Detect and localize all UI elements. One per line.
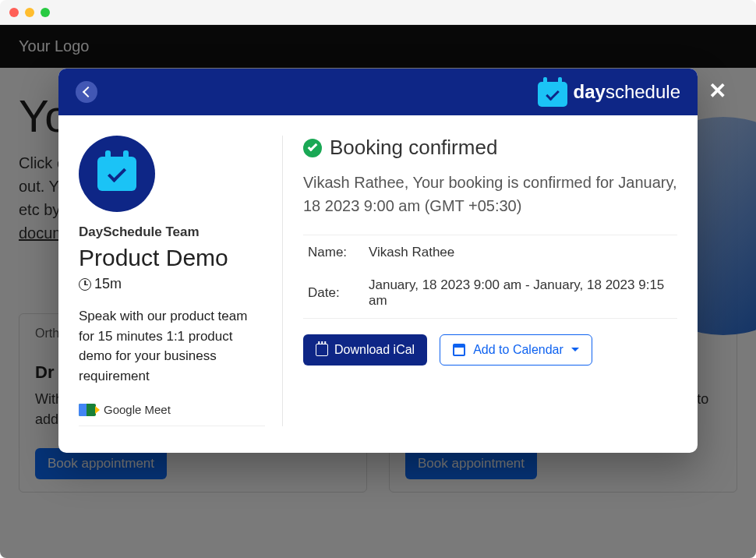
window-titlebar xyxy=(0,0,756,25)
calendar-icon xyxy=(453,344,465,356)
platform-label: Google Meet xyxy=(104,403,171,416)
arrow-left-icon xyxy=(82,87,93,97)
team-avatar xyxy=(79,136,155,212)
meeting-platform-row: Google Meet xyxy=(79,403,265,426)
close-icon[interactable]: ✕ xyxy=(708,78,726,104)
event-title: Product Demo xyxy=(79,245,265,271)
add-to-calendar-button[interactable]: Add to Calendar xyxy=(440,334,592,366)
table-row: Date: January, 18 2023 9:00 am - January… xyxy=(305,270,676,316)
back-button[interactable] xyxy=(76,81,97,103)
brand-icon xyxy=(538,77,567,107)
modal-header: dayschedule xyxy=(58,69,698,115)
window-close-dot[interactable] xyxy=(9,8,19,17)
booking-modal: dayschedule DaySchedule Team Product Dem… xyxy=(58,69,698,453)
name-value: Vikash Rathee xyxy=(369,237,676,268)
event-description: Speak with our product team for 15 minut… xyxy=(79,306,265,386)
booking-details-table: Name: Vikash Rathee Date: January, 18 20… xyxy=(303,235,677,319)
duration-value: 15m xyxy=(94,276,122,292)
duration-row: 15m xyxy=(79,276,265,292)
confirmation-title: Booking confirmed xyxy=(330,136,497,160)
chevron-down-icon xyxy=(571,348,579,352)
clock-icon xyxy=(79,278,91,291)
table-row: Name: Vikash Rathee xyxy=(305,237,676,268)
calendar-download-icon xyxy=(316,344,328,356)
brand-text: dayschedule xyxy=(574,81,680,103)
check-circle-icon xyxy=(303,139,322,157)
window-minimize-dot[interactable] xyxy=(25,8,34,17)
addcal-label: Add to Calendar xyxy=(473,343,563,357)
brand-logo: dayschedule xyxy=(538,77,680,107)
confirmation-panel: Booking confirmed Vikash Rathee, Your bo… xyxy=(283,136,677,426)
event-info-panel: DaySchedule Team Product Demo 15m Speak … xyxy=(79,136,283,426)
confirmation-subtitle: Vikash Rathee, Your booking is confirmed… xyxy=(303,171,677,217)
google-meet-icon xyxy=(79,404,96,416)
download-label: Download iCal xyxy=(334,343,415,357)
window-maximize-dot[interactable] xyxy=(41,8,50,17)
date-label: Date: xyxy=(305,270,367,316)
modal-overlay[interactable]: ✕ dayschedule DaySchedule Team Product D… xyxy=(0,25,756,558)
name-label: Name: xyxy=(305,237,367,268)
download-ical-button[interactable]: Download iCal xyxy=(303,334,427,366)
date-value: January, 18 2023 9:00 am - January, 18 2… xyxy=(369,270,676,316)
team-name: DaySchedule Team xyxy=(79,224,265,240)
